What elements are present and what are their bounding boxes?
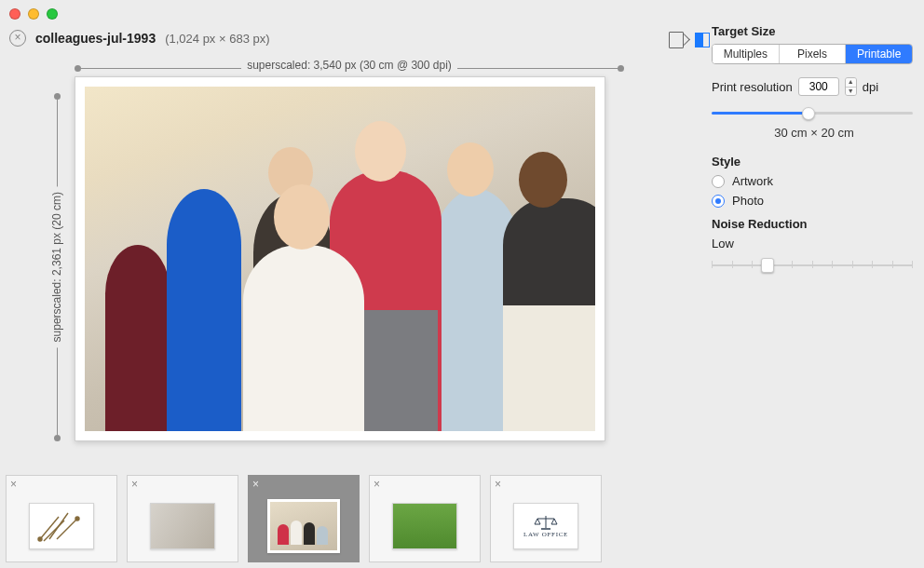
close-document-button[interactable]	[9, 30, 26, 47]
svg-point-0	[38, 537, 42, 541]
ruler-vertical-label: superscaled: 2,361 px (20 cm)	[50, 186, 63, 347]
settings-panel: Target Size Multiples Pixels Printable P…	[712, 24, 917, 275]
style-artwork-row[interactable]: Artwork	[712, 174, 917, 188]
ruler-horizontal-label: superscaled: 3,540 px (30 cm @ 300 dpi)	[241, 59, 457, 72]
print-resolution-input[interactable]	[798, 77, 839, 96]
target-size-heading: Target Size	[712, 24, 917, 38]
print-resolution-stepper[interactable]: ▲▼	[845, 77, 857, 96]
document-filename: colleagues-jul-1993	[35, 31, 156, 46]
close-icon[interactable]: ×	[374, 478, 380, 491]
document-header: colleagues-jul-1993 (1,024 px × 683 px)	[9, 30, 270, 47]
thumbnail-item[interactable]: ×	[6, 475, 117, 562]
preview-image	[85, 87, 595, 431]
size-mode-segmented: Multiples Pixels Printable	[712, 44, 913, 64]
ruler-horizontal: superscaled: 3,540 px (30 cm @ 300 dpi)	[75, 60, 624, 76]
close-icon[interactable]: ×	[252, 478, 259, 491]
print-resolution-label: Print resolution	[712, 80, 793, 94]
preview-stage: superscaled: 3,540 px (30 cm @ 300 dpi) …	[75, 60, 624, 441]
close-icon[interactable]: ×	[131, 478, 138, 491]
tab-pixels[interactable]: Pixels	[780, 45, 847, 63]
thumbnail-item[interactable]: × LAW OFFICE	[490, 475, 602, 562]
style-photo-label: Photo	[732, 194, 764, 208]
thumbnail-item[interactable]: ×	[127, 475, 238, 562]
close-icon[interactable]: ×	[495, 478, 501, 491]
radio-icon	[712, 175, 725, 188]
thumbnail-item[interactable]: ×	[369, 475, 481, 562]
export-icon[interactable]	[669, 32, 684, 48]
minimize-window-button[interactable]	[28, 8, 39, 20]
thumbnail-caption: LAW OFFICE	[523, 531, 568, 538]
close-window-button[interactable]	[9, 8, 20, 20]
thumbnail-image	[267, 499, 340, 553]
thumbnail-image	[392, 503, 457, 549]
thumbnail-strip: × × × × × LAW OFFICE	[6, 475, 918, 562]
zoom-window-button[interactable]	[47, 8, 58, 20]
style-artwork-label: Artwork	[732, 174, 773, 188]
preview-canvas[interactable]	[75, 76, 605, 441]
close-icon[interactable]: ×	[10, 478, 17, 491]
print-resolution-unit: dpi	[863, 80, 878, 94]
tab-printable[interactable]: Printable	[846, 45, 912, 63]
size-slider[interactable]	[712, 105, 913, 120]
noise-slider[interactable]	[712, 256, 913, 275]
compare-icon[interactable]	[695, 33, 710, 47]
noise-reduction-heading: Noise Reduction	[712, 217, 917, 231]
radio-icon	[712, 195, 725, 208]
thumbnail-image	[150, 503, 215, 549]
document-dimensions: (1,024 px × 683 px)	[165, 32, 269, 46]
ruler-vertical: superscaled: 2,361 px (20 cm)	[48, 93, 65, 441]
thumbnail-item[interactable]: ×	[248, 475, 360, 562]
thumbnail-image	[29, 503, 94, 549]
svg-point-1	[75, 517, 79, 521]
noise-level-label: Low	[712, 237, 917, 250]
size-slider-caption: 30 cm × 20 cm	[712, 126, 917, 140]
style-heading: Style	[712, 155, 917, 169]
window-traffic-lights	[9, 8, 58, 20]
thumbnail-image: LAW OFFICE	[513, 503, 578, 549]
tab-multiples[interactable]: Multiples	[713, 45, 780, 63]
style-photo-row[interactable]: Photo	[712, 194, 917, 208]
